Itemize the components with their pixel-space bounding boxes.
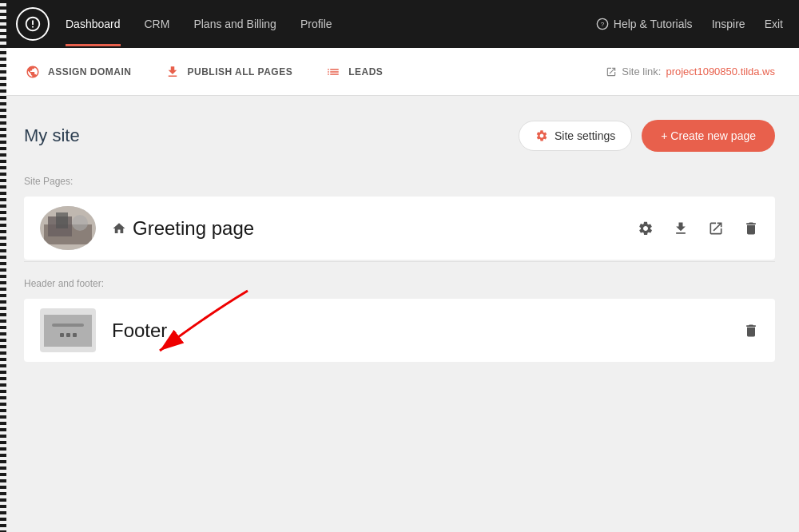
page-publish-icon[interactable] — [673, 220, 689, 236]
logo-icon — [24, 15, 42, 33]
create-new-page-button[interactable]: + Create new page — [642, 120, 775, 152]
footer-dot-1 — [60, 333, 64, 337]
page-divider — [24, 261, 775, 262]
page-settings-icon[interactable] — [638, 220, 654, 236]
nav-profile[interactable]: Profile — [300, 18, 332, 30]
footer-dot-2 — [66, 333, 70, 337]
globe-icon — [24, 63, 42, 81]
leads-icon — [324, 63, 342, 81]
nav-exit[interactable]: Exit — [765, 18, 783, 30]
footer-line-1 — [52, 324, 84, 327]
footer-name: Footer — [112, 320, 167, 342]
page-thumbnail-img — [40, 206, 96, 250]
nav-inspire[interactable]: Inspire — [712, 18, 745, 30]
page-item-greeting: Greeting page — [24, 197, 775, 260]
publish-all-pages-button[interactable]: PUBLISH ALL PAGES — [164, 63, 293, 81]
footer-section: Header and footer: — [24, 278, 775, 362]
nav-right: ? Help & Tutorials Inspire Exit — [596, 18, 783, 30]
wavy-decoration — [0, 0, 6, 532]
site-pages-label: Site Pages: — [24, 176, 775, 187]
nav-plans-billing[interactable]: Plans and Billing — [193, 18, 276, 30]
svg-text:?: ? — [601, 21, 605, 28]
toolbar: ASSIGN DOMAIN PUBLISH ALL PAGES LEADS Si… — [0, 48, 799, 96]
page-name-greeting: Greeting page — [133, 217, 254, 240]
nav-dashboard[interactable]: Dashboard — [66, 18, 121, 30]
publish-icon — [164, 63, 181, 81]
footer-preview-dots — [60, 333, 77, 337]
settings-icon — [535, 129, 548, 142]
footer-thumbnail — [40, 308, 96, 352]
assign-domain-button[interactable]: ASSIGN DOMAIN — [24, 63, 132, 81]
footer-preview-img — [44, 315, 92, 347]
main-content: My site Site settings + Create new page … — [0, 96, 799, 379]
page-thumbnail-greeting — [40, 206, 96, 250]
svg-rect-5 — [56, 212, 68, 228]
site-link-url[interactable]: project1090850.tilda.ws — [666, 66, 775, 77]
footer-delete-icon[interactable] — [743, 323, 759, 339]
home-icon — [112, 221, 126, 236]
leads-button[interactable]: LEADS — [324, 63, 383, 81]
help-icon: ? — [596, 18, 609, 30]
page-actions-greeting — [638, 220, 759, 236]
site-link: Site link: project1090850.tilda.ws — [606, 66, 775, 77]
footer-item: Footer — [24, 299, 775, 362]
logo[interactable] — [16, 7, 50, 41]
site-header-actions: Site settings + Create new page — [519, 120, 775, 152]
footer-preview-lines — [52, 324, 84, 337]
external-link-icon — [606, 66, 617, 77]
footer-actions — [743, 323, 759, 339]
top-nav: Dashboard CRM Plans and Billing Profile … — [0, 0, 799, 48]
site-title: My site — [24, 125, 80, 146]
nav-links: Dashboard CRM Plans and Billing Profile — [66, 18, 596, 30]
nav-crm[interactable]: CRM — [145, 18, 170, 30]
site-settings-button[interactable]: Site settings — [519, 121, 632, 151]
nav-help-tutorials[interactable]: ? Help & Tutorials — [596, 18, 693, 30]
site-link-label: Site link: — [622, 66, 661, 77]
header-footer-label: Header and footer: — [24, 278, 775, 289]
page-delete-icon[interactable] — [743, 220, 759, 236]
page-open-icon[interactable] — [708, 220, 724, 236]
svg-point-6 — [72, 215, 88, 231]
footer-dot-3 — [73, 333, 77, 337]
site-header: My site Site settings + Create new page — [24, 120, 775, 152]
